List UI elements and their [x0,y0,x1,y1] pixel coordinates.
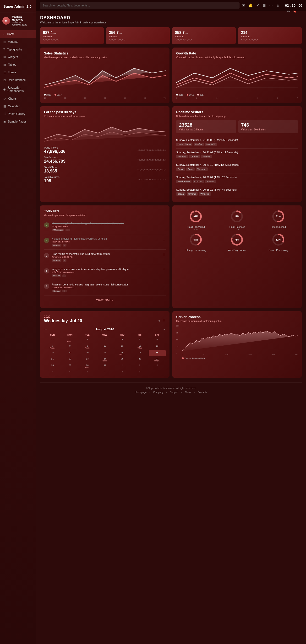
bell-icon[interactable]: 🔔 [248,3,253,8]
cal-cell[interactable]: 7 [96,370,113,374]
cal-cell[interactable]: 28 [44,363,61,369]
sidebar-item-sample-pages[interactable]: ▣Sample Pages [0,118,36,126]
sidebar-item-widgets[interactable]: ⊞Widgets [0,53,36,61]
donut-chart: 44% [189,232,203,248]
cal-cell[interactable]: 23 [79,357,96,362]
svg-text:44%: 44% [193,238,198,241]
cal-cell[interactable]: 17 [96,350,113,356]
sidebar-item-typography[interactable]: TTypography [0,46,36,53]
cal-cell[interactable]: 6 [149,337,166,343]
todo-checkbox[interactable]: I [44,268,49,274]
donut-label: Email Opened [271,226,286,228]
cal-cell[interactable]: 13 [149,344,166,350]
cal-cell[interactable]: 4 [44,370,61,374]
realtime-label: Visitors last 30 minutes [241,128,295,131]
cal-cell[interactable]: 8 [114,370,131,374]
todo-options-icon[interactable]: ⋮ [162,252,166,256]
cal-cell[interactable]: 27Fringil... [149,357,166,362]
cal-cell[interactable]: 2 [131,363,148,369]
prev-month-button[interactable]: ← [44,327,47,331]
nav-label: User Interface [8,78,26,82]
view-more-button[interactable]: VIEW MORE [44,296,166,304]
cal-day-num: 23 [79,358,96,360]
cal-cell[interactable]: 26 [131,357,148,362]
add-event-button[interactable]: + [158,319,160,323]
cal-cell[interactable]: 1Dolor... [62,337,78,343]
cal-cell[interactable]: 15 [62,350,78,356]
sidebar-item-tables[interactable]: ▤Tables [0,61,36,68]
cal-cell[interactable]: 6 [79,370,96,374]
cal-cell[interactable]: 11 [114,344,131,350]
footer-link-contacts[interactable]: Contacts [197,391,207,394]
todo-options-icon[interactable]: ⋮ [162,283,166,287]
sidebar-item-variants[interactable]: ◫Variants [0,38,36,46]
cal-cell[interactable]: 31 [44,337,61,343]
sidebar-item-calendar[interactable]: ▦Calendar [0,102,36,110]
cal-cell[interactable]: 21 [44,357,61,362]
footer-link-support[interactable]: Support [170,391,178,394]
more-icon[interactable]: ⋯ [269,3,273,8]
todo-checkbox[interactable]: ✓ [44,238,49,243]
cal-cell[interactable]: 3 [96,337,113,343]
cal-day-num: 7 [44,345,61,347]
sidebar-item-javascript-components[interactable]: ◈Javascript Components [0,84,36,95]
todo-options-icon[interactable]: ⋮ [162,237,166,241]
donut-sub: 110 [235,228,239,230]
todo-checkbox[interactable]: P [44,284,49,289]
cal-cell[interactable]: 29 [62,363,78,369]
cal-cell[interactable]: 25 [114,357,131,362]
cal-cell[interactable]: 18Vestib... [114,350,131,356]
cal-cell[interactable]: 7Purus... [44,344,61,350]
analytics-title: For the past 30 days [44,110,166,114]
cal-cell[interactable]: 3 [149,363,166,369]
todo-options-icon[interactable]: ⋮ [162,222,166,226]
cal-cell[interactable]: 24Ipsum [96,357,113,362]
cal-cell[interactable]: 19 [131,350,148,356]
face-icon[interactable]: ☺ [276,3,280,8]
next-month-button[interactable]: → [162,327,166,331]
cal-cell[interactable]: 20 [149,350,166,356]
cal-cell[interactable]: 31 [96,363,113,369]
sidebar-item-user-interface[interactable]: ◻User Interface [0,76,36,84]
todo-date: Today at 12:30 PM [52,240,160,243]
sidebar-item-photo-gallery[interactable]: ☷Photo Gallery [0,110,36,118]
sidebar-item-home[interactable]: ⌂Home [0,30,36,38]
cal-cell[interactable]: 9Amet... [79,344,96,350]
footer-link-homepage[interactable]: Homepage [135,391,147,394]
cal-cell[interactable]: 10 [96,344,113,350]
mail-icon[interactable]: ✉ [242,3,245,8]
visitor-list: Sunday, September 4, 21:44:02 (2 Mins 56… [176,136,298,198]
visitor-row: Sunday, September 4, 20:21:01 (5 Mins 12… [176,148,298,161]
cal-cell[interactable]: 14 [44,350,61,356]
cal-cell[interactable]: 2 [79,337,96,343]
cal-cell[interactable]: 16 [79,350,96,356]
search-input[interactable] [40,2,239,8]
sidebar-item-charts[interactable]: ⌲Charts [0,95,36,102]
cal-cell[interactable]: 4 [114,337,131,343]
cal-cell[interactable]: 5 [131,337,148,343]
cal-cell[interactable]: 8 [62,344,78,350]
user-profile[interactable]: M Malinda Hollaway malinda-h@gmail.com [0,12,36,30]
todo-checkbox[interactable]: ✓ [44,222,49,228]
cal-cell[interactable]: 22 [62,357,78,362]
cal-cell[interactable]: 9 [131,370,148,374]
cal-cell[interactable]: 12Tellus [131,344,148,350]
cal-cell[interactable] [149,370,166,374]
metric-row: Total Clicks 13,965 5,7,2,2,5,8,6,7,6,5,… [44,166,166,174]
todo-item: C Cras mattis consectetur purus sit amet… [44,250,166,265]
grid-icon[interactable]: ⊞ [263,3,266,8]
todo-checkbox[interactable]: C [44,253,49,258]
cal-cell[interactable]: 30Amet... [79,363,96,369]
calendar-more-icon[interactable]: ⋮ [162,319,166,323]
footer-link-company[interactable]: Company [153,391,164,394]
todo-options-icon[interactable]: ⋮ [162,268,166,272]
cal-cell[interactable]: 5 [62,370,78,374]
sidebar-item-forms[interactable]: ☰Forms [0,68,36,76]
page-subtitle: Welcome to the unique SuperAdmin web app… [40,21,107,24]
todo-tag: #Server [52,274,61,277]
check-icon[interactable]: ✔ [256,3,259,8]
cal-cell[interactable]: 1 [114,363,131,369]
cal-day-num: 12 [131,345,148,347]
footer-link-news[interactable]: News [185,391,191,394]
todo-date: Tomorrow at 10:30 AM [52,256,160,258]
